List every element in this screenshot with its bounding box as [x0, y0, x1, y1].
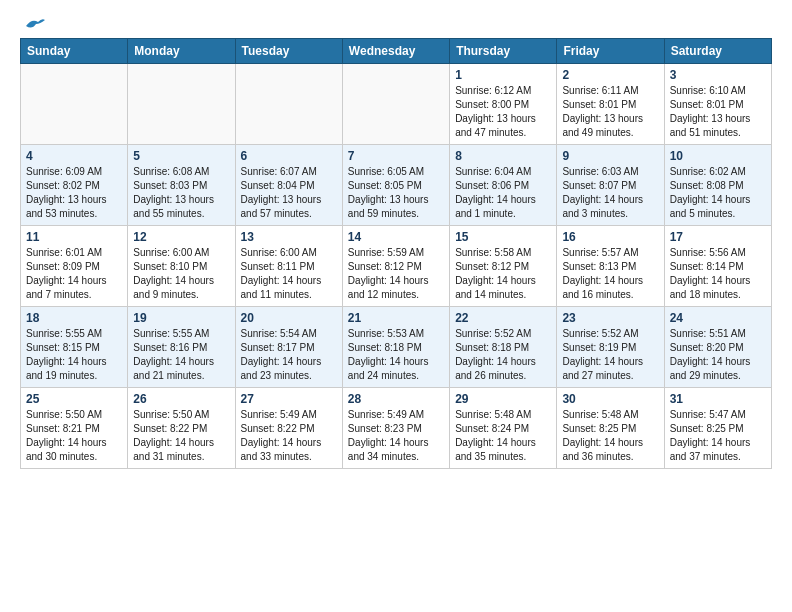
weekday-header-thursday: Thursday — [450, 39, 557, 64]
day-info: Sunrise: 5:57 AM Sunset: 8:13 PM Dayligh… — [562, 246, 658, 302]
day-number: 6 — [241, 149, 337, 163]
calendar-cell: 16Sunrise: 5:57 AM Sunset: 8:13 PM Dayli… — [557, 226, 664, 307]
calendar-cell: 2Sunrise: 6:11 AM Sunset: 8:01 PM Daylig… — [557, 64, 664, 145]
calendar-week-row: 11Sunrise: 6:01 AM Sunset: 8:09 PM Dayli… — [21, 226, 772, 307]
calendar-cell: 21Sunrise: 5:53 AM Sunset: 8:18 PM Dayli… — [342, 307, 449, 388]
day-info: Sunrise: 6:04 AM Sunset: 8:06 PM Dayligh… — [455, 165, 551, 221]
logo — [20, 16, 46, 30]
day-number: 5 — [133, 149, 229, 163]
day-info: Sunrise: 5:50 AM Sunset: 8:21 PM Dayligh… — [26, 408, 122, 464]
calendar-cell: 15Sunrise: 5:58 AM Sunset: 8:12 PM Dayli… — [450, 226, 557, 307]
day-number: 30 — [562, 392, 658, 406]
calendar-cell: 26Sunrise: 5:50 AM Sunset: 8:22 PM Dayli… — [128, 388, 235, 469]
day-info: Sunrise: 5:49 AM Sunset: 8:22 PM Dayligh… — [241, 408, 337, 464]
day-number: 9 — [562, 149, 658, 163]
page-header — [20, 16, 772, 30]
day-number: 4 — [26, 149, 122, 163]
weekday-header-friday: Friday — [557, 39, 664, 64]
weekday-header-sunday: Sunday — [21, 39, 128, 64]
calendar-cell: 10Sunrise: 6:02 AM Sunset: 8:08 PM Dayli… — [664, 145, 771, 226]
calendar-cell: 13Sunrise: 6:00 AM Sunset: 8:11 PM Dayli… — [235, 226, 342, 307]
day-number: 2 — [562, 68, 658, 82]
day-info: Sunrise: 5:53 AM Sunset: 8:18 PM Dayligh… — [348, 327, 444, 383]
day-info: Sunrise: 6:08 AM Sunset: 8:03 PM Dayligh… — [133, 165, 229, 221]
day-number: 29 — [455, 392, 551, 406]
calendar-cell: 12Sunrise: 6:00 AM Sunset: 8:10 PM Dayli… — [128, 226, 235, 307]
calendar-cell: 25Sunrise: 5:50 AM Sunset: 8:21 PM Dayli… — [21, 388, 128, 469]
day-info: Sunrise: 5:59 AM Sunset: 8:12 PM Dayligh… — [348, 246, 444, 302]
calendar-cell: 4Sunrise: 6:09 AM Sunset: 8:02 PM Daylig… — [21, 145, 128, 226]
calendar-cell: 29Sunrise: 5:48 AM Sunset: 8:24 PM Dayli… — [450, 388, 557, 469]
day-number: 22 — [455, 311, 551, 325]
day-info: Sunrise: 6:00 AM Sunset: 8:10 PM Dayligh… — [133, 246, 229, 302]
calendar-week-row: 25Sunrise: 5:50 AM Sunset: 8:21 PM Dayli… — [21, 388, 772, 469]
calendar-cell: 20Sunrise: 5:54 AM Sunset: 8:17 PM Dayli… — [235, 307, 342, 388]
weekday-header-tuesday: Tuesday — [235, 39, 342, 64]
day-info: Sunrise: 5:48 AM Sunset: 8:25 PM Dayligh… — [562, 408, 658, 464]
calendar-cell: 19Sunrise: 5:55 AM Sunset: 8:16 PM Dayli… — [128, 307, 235, 388]
calendar-table: SundayMondayTuesdayWednesdayThursdayFrid… — [20, 38, 772, 469]
day-info: Sunrise: 5:54 AM Sunset: 8:17 PM Dayligh… — [241, 327, 337, 383]
calendar-cell: 5Sunrise: 6:08 AM Sunset: 8:03 PM Daylig… — [128, 145, 235, 226]
calendar-week-row: 1Sunrise: 6:12 AM Sunset: 8:00 PM Daylig… — [21, 64, 772, 145]
calendar-cell: 7Sunrise: 6:05 AM Sunset: 8:05 PM Daylig… — [342, 145, 449, 226]
calendar-cell — [21, 64, 128, 145]
calendar-cell: 30Sunrise: 5:48 AM Sunset: 8:25 PM Dayli… — [557, 388, 664, 469]
day-number: 7 — [348, 149, 444, 163]
day-number: 19 — [133, 311, 229, 325]
day-number: 25 — [26, 392, 122, 406]
day-info: Sunrise: 6:12 AM Sunset: 8:00 PM Dayligh… — [455, 84, 551, 140]
calendar-cell: 28Sunrise: 5:49 AM Sunset: 8:23 PM Dayli… — [342, 388, 449, 469]
day-number: 1 — [455, 68, 551, 82]
calendar-cell: 1Sunrise: 6:12 AM Sunset: 8:00 PM Daylig… — [450, 64, 557, 145]
calendar-cell: 6Sunrise: 6:07 AM Sunset: 8:04 PM Daylig… — [235, 145, 342, 226]
calendar-cell: 31Sunrise: 5:47 AM Sunset: 8:25 PM Dayli… — [664, 388, 771, 469]
day-info: Sunrise: 5:48 AM Sunset: 8:24 PM Dayligh… — [455, 408, 551, 464]
day-number: 11 — [26, 230, 122, 244]
day-info: Sunrise: 5:56 AM Sunset: 8:14 PM Dayligh… — [670, 246, 766, 302]
calendar-cell: 27Sunrise: 5:49 AM Sunset: 8:22 PM Dayli… — [235, 388, 342, 469]
day-info: Sunrise: 6:02 AM Sunset: 8:08 PM Dayligh… — [670, 165, 766, 221]
day-number: 23 — [562, 311, 658, 325]
day-number: 18 — [26, 311, 122, 325]
day-info: Sunrise: 5:49 AM Sunset: 8:23 PM Dayligh… — [348, 408, 444, 464]
day-info: Sunrise: 6:09 AM Sunset: 8:02 PM Dayligh… — [26, 165, 122, 221]
day-number: 31 — [670, 392, 766, 406]
day-number: 17 — [670, 230, 766, 244]
calendar-cell: 9Sunrise: 6:03 AM Sunset: 8:07 PM Daylig… — [557, 145, 664, 226]
day-number: 20 — [241, 311, 337, 325]
day-number: 21 — [348, 311, 444, 325]
calendar-cell — [342, 64, 449, 145]
calendar-cell: 23Sunrise: 5:52 AM Sunset: 8:19 PM Dayli… — [557, 307, 664, 388]
day-number: 8 — [455, 149, 551, 163]
calendar-cell — [128, 64, 235, 145]
day-info: Sunrise: 6:10 AM Sunset: 8:01 PM Dayligh… — [670, 84, 766, 140]
calendar-cell: 18Sunrise: 5:55 AM Sunset: 8:15 PM Dayli… — [21, 307, 128, 388]
calendar-week-row: 4Sunrise: 6:09 AM Sunset: 8:02 PM Daylig… — [21, 145, 772, 226]
weekday-header-saturday: Saturday — [664, 39, 771, 64]
calendar-cell: 14Sunrise: 5:59 AM Sunset: 8:12 PM Dayli… — [342, 226, 449, 307]
calendar-cell: 24Sunrise: 5:51 AM Sunset: 8:20 PM Dayli… — [664, 307, 771, 388]
day-info: Sunrise: 6:07 AM Sunset: 8:04 PM Dayligh… — [241, 165, 337, 221]
day-number: 27 — [241, 392, 337, 406]
day-info: Sunrise: 5:55 AM Sunset: 8:15 PM Dayligh… — [26, 327, 122, 383]
day-number: 15 — [455, 230, 551, 244]
day-number: 12 — [133, 230, 229, 244]
calendar-cell: 8Sunrise: 6:04 AM Sunset: 8:06 PM Daylig… — [450, 145, 557, 226]
weekday-header-wednesday: Wednesday — [342, 39, 449, 64]
day-info: Sunrise: 5:58 AM Sunset: 8:12 PM Dayligh… — [455, 246, 551, 302]
day-info: Sunrise: 5:47 AM Sunset: 8:25 PM Dayligh… — [670, 408, 766, 464]
calendar-header-row: SundayMondayTuesdayWednesdayThursdayFrid… — [21, 39, 772, 64]
day-info: Sunrise: 6:05 AM Sunset: 8:05 PM Dayligh… — [348, 165, 444, 221]
day-info: Sunrise: 5:51 AM Sunset: 8:20 PM Dayligh… — [670, 327, 766, 383]
day-info: Sunrise: 5:52 AM Sunset: 8:19 PM Dayligh… — [562, 327, 658, 383]
logo-bird-icon — [24, 16, 46, 34]
day-info: Sunrise: 6:00 AM Sunset: 8:11 PM Dayligh… — [241, 246, 337, 302]
day-info: Sunrise: 6:03 AM Sunset: 8:07 PM Dayligh… — [562, 165, 658, 221]
day-info: Sunrise: 6:11 AM Sunset: 8:01 PM Dayligh… — [562, 84, 658, 140]
day-number: 3 — [670, 68, 766, 82]
day-number: 10 — [670, 149, 766, 163]
day-number: 24 — [670, 311, 766, 325]
day-info: Sunrise: 6:01 AM Sunset: 8:09 PM Dayligh… — [26, 246, 122, 302]
calendar-week-row: 18Sunrise: 5:55 AM Sunset: 8:15 PM Dayli… — [21, 307, 772, 388]
